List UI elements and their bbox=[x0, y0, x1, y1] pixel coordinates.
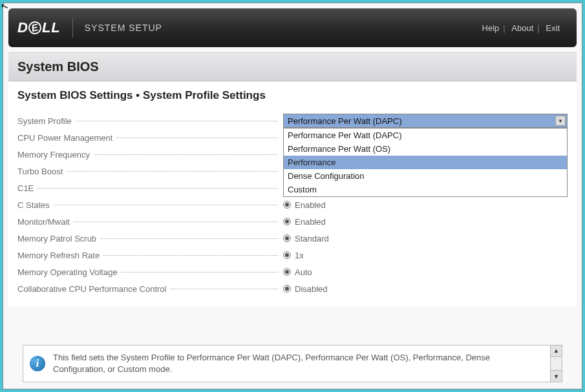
label-turbo-boost: Turbo Boost bbox=[17, 167, 67, 176]
value-mem-voltage: Auto bbox=[283, 267, 568, 277]
dotted-line bbox=[54, 205, 278, 205]
row-c-states: C States Enabled bbox=[17, 196, 568, 213]
exit-link[interactable]: Exit bbox=[542, 23, 564, 33]
bios-window: DELL SYSTEM SETUP Help| About| Exit Syst… bbox=[3, 3, 582, 389]
help-link[interactable]: Help bbox=[478, 23, 504, 33]
label-system-profile: System Profile bbox=[17, 116, 76, 126]
label-cpu-power: CPU Power Management bbox=[17, 133, 116, 143]
header-left: DELL SYSTEM SETUP bbox=[17, 18, 162, 37]
radio-icon[interactable] bbox=[283, 285, 291, 293]
dotted-line bbox=[170, 289, 278, 289]
breadcrumb: System BIOS Settings • System Profile Se… bbox=[17, 89, 568, 102]
row-monitor-mwait: Monitor/Mwait Enabled bbox=[17, 213, 568, 230]
help-scrollbar: ▲ ▼ bbox=[551, 345, 562, 382]
header-bar: DELL SYSTEM SETUP Help| About| Exit bbox=[8, 8, 577, 47]
value-text: 1x bbox=[295, 251, 304, 260]
value-collab-cpu: Disabled bbox=[283, 284, 568, 294]
value-mem-patrol: Standard bbox=[283, 234, 568, 243]
row-mem-refresh: Memory Refresh Rate 1x bbox=[17, 247, 568, 263]
dotted-line bbox=[116, 138, 278, 138]
dropdown-option[interactable]: Dense Configuration bbox=[284, 169, 567, 183]
help-box: i This field sets the System Profile to … bbox=[23, 345, 562, 382]
header-divider bbox=[72, 18, 73, 37]
info-icon: i bbox=[30, 356, 45, 371]
radio-icon[interactable] bbox=[283, 234, 291, 242]
value-text: Auto bbox=[295, 267, 312, 277]
label-memory-freq: Memory Frequency bbox=[17, 150, 94, 160]
about-link[interactable]: About bbox=[507, 23, 537, 33]
dropdown-option[interactable]: Performance bbox=[284, 156, 567, 169]
dotted-line bbox=[103, 255, 278, 256]
row-mem-patrol: Memory Patrol Scrub Standard bbox=[17, 230, 568, 247]
label-mem-voltage: Memory Operating Voltage bbox=[17, 267, 122, 277]
dotted-line bbox=[67, 171, 278, 172]
scroll-up-icon[interactable]: ▲ bbox=[551, 346, 562, 357]
help-text: This field sets the System Profile to Pe… bbox=[53, 352, 544, 375]
row-system-profile: System Profile Performance Per Watt (DAP… bbox=[17, 112, 568, 129]
value-monitor-mwait: Enabled bbox=[283, 217, 568, 227]
row-collab-cpu: Collaborative CPU Performance Control Di… bbox=[17, 280, 568, 297]
dotted-line bbox=[122, 272, 278, 273]
dotted-line bbox=[100, 238, 278, 239]
header-links: Help| About| Exit bbox=[478, 23, 564, 33]
row-mem-voltage: Memory Operating Voltage Auto bbox=[17, 263, 568, 280]
value-text: Standard bbox=[295, 234, 329, 243]
value-system-profile: Performance Per Watt (DAPC) ▼ Performanc… bbox=[283, 114, 568, 128]
label-collab-cpu: Collaborative CPU Performance Control bbox=[17, 284, 170, 294]
dotted-line bbox=[76, 121, 278, 121]
radio-icon[interactable] bbox=[283, 218, 291, 225]
dotted-line bbox=[37, 188, 278, 189]
label-c-states: C States bbox=[17, 200, 54, 210]
content-area: System BIOS Settings • System Profile Se… bbox=[8, 81, 577, 306]
dotted-line bbox=[94, 154, 278, 155]
value-text: Disabled bbox=[295, 284, 328, 294]
label-c1e: C1E bbox=[17, 183, 37, 193]
dropdown-option[interactable]: Performance Per Watt (DAPC) bbox=[284, 129, 567, 142]
radio-icon[interactable] bbox=[283, 268, 291, 276]
system-profile-select[interactable]: Performance Per Watt (DAPC) ▼ bbox=[283, 114, 568, 128]
dropdown-option[interactable]: Custom bbox=[284, 183, 567, 196]
help-content: i This field sets the System Profile to … bbox=[23, 345, 551, 382]
page-title: System BIOS bbox=[17, 59, 568, 74]
value-mem-refresh: 1x bbox=[283, 251, 568, 260]
value-text: Enabled bbox=[295, 217, 326, 227]
label-monitor-mwait: Monitor/Mwait bbox=[17, 217, 74, 227]
title-section: System BIOS bbox=[8, 52, 577, 81]
chevron-down-icon[interactable]: ▼ bbox=[555, 116, 566, 126]
system-profile-selected: Performance Per Watt (DAPC) bbox=[288, 116, 402, 126]
value-c-states: Enabled bbox=[283, 200, 568, 210]
dotted-line bbox=[74, 222, 278, 222]
value-text: Enabled bbox=[295, 200, 326, 210]
radio-icon[interactable] bbox=[283, 251, 291, 259]
scroll-down-icon[interactable]: ▼ bbox=[551, 370, 562, 382]
radio-icon[interactable] bbox=[283, 201, 291, 209]
dropdown-option[interactable]: Performance Per Watt (OS) bbox=[284, 142, 567, 156]
label-mem-refresh: Memory Refresh Rate bbox=[17, 251, 103, 260]
label-mem-patrol: Memory Patrol Scrub bbox=[17, 234, 100, 243]
header-title: SYSTEM SETUP bbox=[85, 23, 162, 33]
dell-logo: DELL bbox=[17, 19, 61, 36]
system-profile-dropdown: Performance Per Watt (DAPC) Performance … bbox=[283, 128, 568, 197]
